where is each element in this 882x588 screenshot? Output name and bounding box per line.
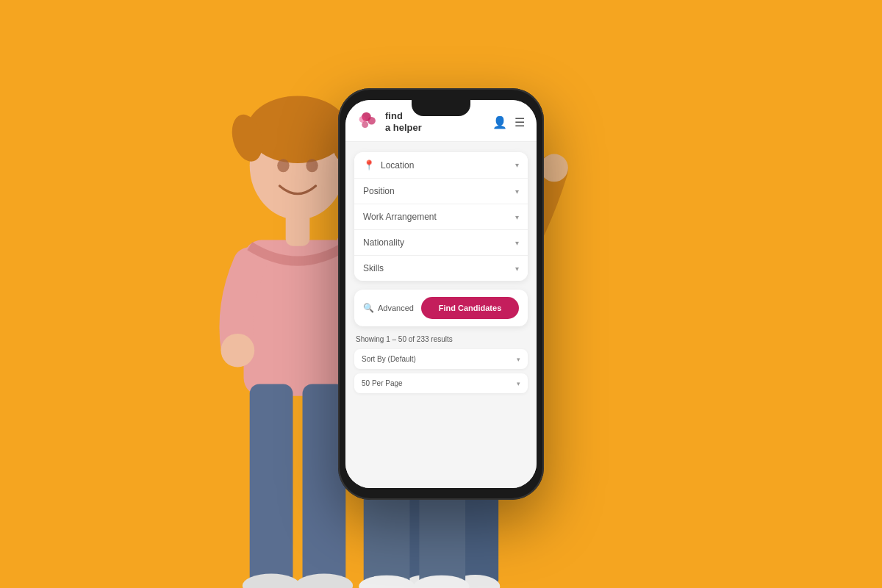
phone-mockup: find a helper 👤 ☰ 📍 Location bbox=[338, 88, 544, 500]
svg-point-42 bbox=[359, 116, 366, 123]
skills-field[interactable]: Skills ▾ bbox=[354, 256, 528, 281]
nationality-label: Nationality bbox=[363, 237, 515, 248]
advanced-label: Advanced bbox=[378, 304, 414, 312]
skills-label: Skills bbox=[363, 263, 515, 273]
search-form: 📍 Location ▾ Position ▾ Work Arrangement… bbox=[354, 152, 528, 281]
position-chevron: ▾ bbox=[515, 187, 519, 196]
nationality-chevron: ▾ bbox=[515, 239, 519, 247]
user-icon[interactable]: 👤 bbox=[492, 115, 507, 129]
location-label: Location bbox=[381, 160, 515, 171]
advanced-button[interactable]: 🔍 Advanced bbox=[363, 303, 414, 313]
per-page-chevron: ▾ bbox=[517, 380, 520, 387]
app-content: 📍 Location ▾ Position ▾ Work Arrangement… bbox=[345, 142, 537, 488]
find-candidates-button[interactable]: Find Candidates bbox=[421, 297, 519, 319]
position-field[interactable]: Position ▾ bbox=[354, 179, 528, 204]
app-logo: find a helper bbox=[357, 110, 422, 134]
results-summary: Showing 1 – 50 of 233 results bbox=[354, 335, 528, 343]
sort-chevron: ▾ bbox=[517, 356, 520, 363]
skills-chevron: ▾ bbox=[515, 265, 519, 273]
svg-point-40 bbox=[368, 117, 376, 125]
menu-icon[interactable]: ☰ bbox=[514, 115, 525, 129]
work-arrangement-field[interactable]: Work Arrangement ▾ bbox=[354, 204, 528, 230]
work-arrangement-label: Work Arrangement bbox=[363, 212, 515, 222]
phone-body: find a helper 👤 ☰ 📍 Location bbox=[338, 88, 544, 500]
advanced-icon: 🔍 bbox=[363, 303, 374, 313]
form-actions: 🔍 Advanced Find Candidates bbox=[354, 290, 528, 326]
position-label: Position bbox=[363, 186, 515, 196]
location-chevron: ▾ bbox=[515, 161, 519, 169]
work-arrangement-chevron: ▾ bbox=[515, 213, 519, 221]
location-field[interactable]: 📍 Location ▾ bbox=[354, 152, 528, 179]
phone-notch bbox=[412, 100, 470, 116]
location-icon: 📍 bbox=[363, 159, 375, 171]
per-page-label: 50 Per Page bbox=[362, 379, 403, 387]
nationality-field[interactable]: Nationality ▾ bbox=[354, 230, 528, 256]
header-icons: 👤 ☰ bbox=[492, 115, 525, 129]
sort-label: Sort By (Default) bbox=[362, 355, 416, 363]
phone-screen: find a helper 👤 ☰ 📍 Location bbox=[345, 100, 537, 488]
sort-select[interactable]: Sort By (Default) ▾ bbox=[354, 349, 528, 369]
logo-icon bbox=[357, 110, 381, 134]
per-page-select[interactable]: 50 Per Page ▾ bbox=[354, 373, 528, 393]
